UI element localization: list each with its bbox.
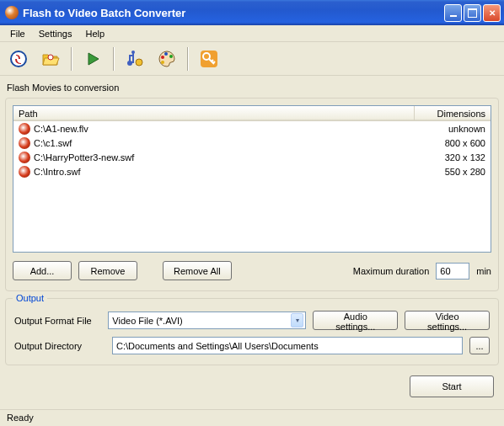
max-duration-input[interactable] <box>436 263 469 280</box>
svg-point-2 <box>48 55 53 60</box>
file-dimensions: 550 x 280 <box>415 164 491 178</box>
flash-file-icon <box>19 152 30 163</box>
palette-icon[interactable] <box>153 45 180 72</box>
column-path[interactable]: Path <box>13 106 415 120</box>
flash-file-icon <box>19 137 30 149</box>
table-row[interactable]: C:\HarryPotter3-new.swf320 x 132 <box>13 150 491 164</box>
format-label: Output Format File <box>14 316 101 326</box>
browse-button[interactable]: ... <box>469 337 490 354</box>
window-title: Flash to Video Batch Converter <box>23 7 444 19</box>
video-settings-button[interactable]: Video settings... <box>405 311 490 330</box>
menu-file[interactable]: File <box>3 27 32 40</box>
directory-input[interactable] <box>112 337 463 354</box>
table-row[interactable]: C:\A1-new.flvunknown <box>13 121 491 136</box>
menu-help[interactable]: Help <box>78 27 111 40</box>
file-listview[interactable]: Path Dimensions C:\A1-new.flvunknownC:\c… <box>13 105 491 253</box>
format-combo[interactable]: Video File (*.AVI) ▾ <box>108 312 306 329</box>
app-icon <box>5 6 19 19</box>
section-label: Flash Movies to conversion <box>5 79 499 98</box>
minimize-button[interactable] <box>444 4 462 22</box>
file-dimensions: 800 x 600 <box>415 136 491 150</box>
svg-point-8 <box>169 55 173 58</box>
svg-point-7 <box>164 52 168 56</box>
svg-point-4 <box>127 61 132 66</box>
start-button[interactable]: Start <box>410 375 494 397</box>
remove-all-button[interactable]: Remove All <box>163 261 232 280</box>
file-dimensions: unknown <box>415 121 491 136</box>
list-header: Path Dimensions <box>13 106 491 121</box>
file-path: C:\A1-new.flv <box>34 124 88 134</box>
table-row[interactable]: C:\Intro.swf550 x 280 <box>13 164 491 178</box>
audio-settings-button[interactable]: Audio settings... <box>313 311 398 330</box>
key-icon[interactable] <box>196 45 223 72</box>
svg-point-9 <box>161 61 164 64</box>
flash-file-icon <box>19 166 30 178</box>
statusbar: Ready <box>0 409 504 426</box>
format-value: Video File (*.AVI) <box>112 316 291 326</box>
directory-label: Output Directory <box>14 341 105 351</box>
open-folder-icon[interactable] <box>37 45 64 72</box>
file-path: C:\c1.swf <box>34 138 72 148</box>
status-text: Ready <box>3 413 37 423</box>
close-button[interactable] <box>483 4 501 22</box>
flash-tool-icon[interactable] <box>5 45 32 72</box>
maximize-button[interactable] <box>464 4 481 22</box>
table-row[interactable]: C:\c1.swf800 x 600 <box>13 136 491 150</box>
toolbar-separator <box>187 47 189 71</box>
file-list-group: Path Dimensions C:\A1-new.flvunknownC:\c… <box>5 98 499 291</box>
column-dimensions[interactable]: Dimensions <box>415 106 491 120</box>
flash-file-icon <box>19 123 30 135</box>
svg-point-3 <box>131 51 135 54</box>
toolbar-separator <box>71 47 72 71</box>
output-fieldset: Output Output Format File Video File (*.… <box>5 298 499 365</box>
titlebar: Flash to Video Batch Converter <box>0 0 504 25</box>
chevron-down-icon: ▾ <box>291 313 303 327</box>
svg-point-6 <box>161 56 164 59</box>
max-duration-unit: min <box>476 266 491 276</box>
toolbar <box>0 42 504 76</box>
toolbar-separator <box>113 47 115 71</box>
menubar: File Settings Help <box>0 25 504 42</box>
max-duration-label: Maximum duration <box>353 266 429 276</box>
output-legend: Output <box>13 293 47 303</box>
file-path: C:\Intro.swf <box>34 167 81 177</box>
file-dimensions: 320 x 132 <box>415 150 491 164</box>
file-path: C:\HarryPotter3-new.swf <box>34 152 134 162</box>
menu-settings[interactable]: Settings <box>32 27 79 40</box>
add-button[interactable]: Add... <box>13 261 72 280</box>
svg-point-5 <box>136 59 142 66</box>
remove-button[interactable]: Remove <box>78 261 137 280</box>
play-icon[interactable] <box>79 45 106 72</box>
audio-icon[interactable] <box>121 45 148 72</box>
